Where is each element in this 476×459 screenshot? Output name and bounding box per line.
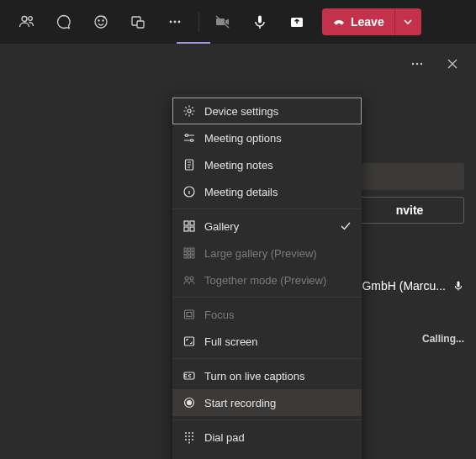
calling-status: Calling... xyxy=(422,333,464,345)
svg-rect-31 xyxy=(192,252,194,255)
active-indicator xyxy=(177,42,210,44)
menu-separator xyxy=(172,297,362,298)
menu-label: Meeting notes xyxy=(204,159,273,171)
menu-label: Together mode (Preview) xyxy=(204,274,326,287)
menu-turn-off-incoming-video[interactable]: Turn off incoming video xyxy=(172,451,362,459)
svg-rect-28 xyxy=(192,248,194,251)
leave-label: Leave xyxy=(351,15,384,29)
info-icon xyxy=(182,185,196,198)
svg-rect-33 xyxy=(188,256,191,258)
svg-rect-39 xyxy=(185,337,194,346)
menu-live-captions[interactable]: Turn on live captions xyxy=(172,362,362,389)
menu-device-settings[interactable]: Device settings xyxy=(172,98,362,124)
svg-point-51 xyxy=(192,439,193,441)
svg-point-46 xyxy=(185,435,187,437)
camera-off-icon[interactable] xyxy=(204,3,241,40)
svg-point-13 xyxy=(412,63,414,65)
chevron-down-icon xyxy=(403,17,413,27)
svg-point-49 xyxy=(185,439,187,441)
together-icon xyxy=(182,273,196,287)
svg-point-35 xyxy=(185,277,188,280)
more-actions-icon[interactable] xyxy=(156,3,193,40)
menu-label: Device settings xyxy=(204,105,278,118)
notes-icon xyxy=(182,158,196,171)
svg-point-4 xyxy=(103,20,103,21)
menu-together-mode: Together mode (Preview) xyxy=(172,266,362,293)
gear-icon xyxy=(182,104,196,118)
focus-icon xyxy=(182,308,196,321)
svg-point-17 xyxy=(188,109,191,113)
menu-full-screen[interactable]: Full screen xyxy=(172,328,362,355)
svg-point-48 xyxy=(192,435,193,437)
search-input-stub[interactable] xyxy=(355,163,464,190)
meeting-toolbar: Leave xyxy=(0,0,476,44)
leave-button[interactable]: Leave xyxy=(322,8,394,35)
menu-dial-pad[interactable]: Dial pad xyxy=(172,424,362,451)
meeting-content: nvite GmbH (Marcu... Calling... Device s… xyxy=(0,44,476,459)
svg-point-3 xyxy=(98,20,99,21)
participant-row[interactable]: GmbH (Marcu... xyxy=(362,279,464,293)
menu-meeting-notes[interactable]: Meeting notes xyxy=(172,151,362,178)
svg-rect-38 xyxy=(187,313,192,317)
svg-point-36 xyxy=(190,277,193,280)
svg-rect-25 xyxy=(190,227,194,231)
svg-rect-11 xyxy=(258,16,262,24)
svg-point-52 xyxy=(188,442,190,444)
svg-point-18 xyxy=(186,135,188,137)
svg-rect-32 xyxy=(184,256,187,258)
rooms-icon[interactable] xyxy=(119,3,156,40)
svg-point-42 xyxy=(188,401,192,405)
menu-label: Gallery xyxy=(204,220,239,233)
svg-point-45 xyxy=(192,432,193,434)
svg-point-8 xyxy=(174,21,177,24)
svg-point-14 xyxy=(416,63,418,65)
participants-icon[interactable] xyxy=(8,3,45,40)
svg-rect-30 xyxy=(188,252,191,255)
panel-header xyxy=(405,52,464,76)
svg-point-7 xyxy=(170,21,172,24)
menu-label: Dial pad xyxy=(204,431,245,444)
chat-icon[interactable] xyxy=(45,3,82,40)
hangup-icon xyxy=(332,15,346,29)
mic-icon xyxy=(452,280,464,292)
microphone-icon[interactable] xyxy=(241,3,278,40)
svg-rect-6 xyxy=(137,21,144,28)
panel-more-icon[interactable] xyxy=(405,52,429,76)
menu-label: Meeting details xyxy=(204,186,278,198)
svg-point-44 xyxy=(188,432,190,434)
menu-meeting-details[interactable]: Meeting details xyxy=(172,178,362,205)
menu-gallery[interactable]: Gallery xyxy=(172,213,362,240)
share-invite-button[interactable]: nvite xyxy=(355,197,464,224)
fullscreen-icon xyxy=(182,335,196,348)
svg-point-0 xyxy=(22,17,27,22)
invite-label: nvite xyxy=(396,203,424,217)
captions-icon xyxy=(182,369,196,382)
svg-point-50 xyxy=(188,439,190,441)
menu-focus: Focus xyxy=(172,301,362,328)
menu-label: Focus xyxy=(204,309,234,321)
menu-start-recording[interactable]: Start recording xyxy=(172,389,362,416)
menu-meeting-options[interactable]: Meeting options xyxy=(172,124,362,151)
reactions-icon[interactable] xyxy=(82,3,119,40)
share-icon[interactable] xyxy=(278,3,315,40)
panel-close-icon[interactable] xyxy=(441,52,464,76)
menu-label: Start recording xyxy=(204,397,276,409)
svg-rect-24 xyxy=(184,227,188,231)
svg-point-2 xyxy=(95,16,107,28)
leave-chevron[interactable] xyxy=(394,8,421,35)
svg-rect-37 xyxy=(185,310,194,319)
menu-label: Full screen xyxy=(204,335,258,348)
sliders-icon xyxy=(182,131,196,145)
menu-separator xyxy=(172,358,362,359)
more-actions-menu: Device settings Meeting options Meeting … xyxy=(172,94,362,459)
svg-point-9 xyxy=(178,21,181,24)
svg-rect-34 xyxy=(192,256,194,258)
svg-point-15 xyxy=(420,63,422,65)
participant-name: GmbH (Marcu... xyxy=(362,279,446,293)
grid-icon xyxy=(182,219,196,233)
menu-label: Turn on live captions xyxy=(204,370,304,382)
menu-large-gallery: Large gallery (Preview) xyxy=(172,240,362,266)
svg-point-43 xyxy=(185,432,187,434)
svg-rect-26 xyxy=(184,248,187,251)
leave-button-group: Leave xyxy=(322,8,421,35)
